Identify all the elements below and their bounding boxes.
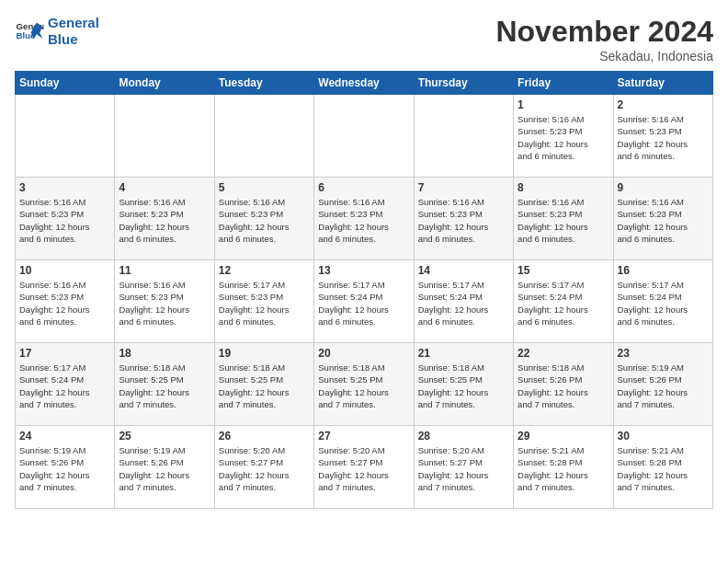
weekday-header-thursday: Thursday bbox=[414, 72, 513, 95]
day-number: 28 bbox=[418, 430, 509, 442]
day-info: Sunrise: 5:18 AM Sunset: 5:25 PM Dayligh… bbox=[119, 362, 210, 410]
calendar-cell: 14Sunrise: 5:17 AM Sunset: 5:24 PM Dayli… bbox=[414, 260, 513, 343]
day-info: Sunrise: 5:18 AM Sunset: 5:25 PM Dayligh… bbox=[219, 362, 310, 410]
day-number: 25 bbox=[119, 430, 210, 442]
day-number: 13 bbox=[318, 264, 409, 277]
calendar-cell: 6Sunrise: 5:16 AM Sunset: 5:23 PM Daylig… bbox=[314, 178, 414, 260]
week-row-2: 3Sunrise: 5:16 AM Sunset: 5:23 PM Daylig… bbox=[16, 178, 713, 260]
day-info: Sunrise: 5:20 AM Sunset: 5:27 PM Dayligh… bbox=[418, 444, 509, 493]
day-info: Sunrise: 5:16 AM Sunset: 5:23 PM Dayligh… bbox=[418, 196, 509, 245]
day-number: 14 bbox=[418, 264, 509, 277]
logo-text-line2: Blue bbox=[48, 31, 99, 48]
month-title: November 2024 bbox=[495, 15, 713, 49]
day-info: Sunrise: 5:16 AM Sunset: 5:23 PM Dayligh… bbox=[19, 196, 110, 245]
day-info: Sunrise: 5:17 AM Sunset: 5:24 PM Dayligh… bbox=[318, 279, 409, 327]
calendar-cell: 4Sunrise: 5:16 AM Sunset: 5:23 PM Daylig… bbox=[115, 178, 214, 260]
calendar-cell: 5Sunrise: 5:16 AM Sunset: 5:23 PM Daylig… bbox=[214, 178, 313, 260]
calendar-cell: 18Sunrise: 5:18 AM Sunset: 5:25 PM Dayli… bbox=[115, 343, 214, 426]
location-subtitle: Sekadau, Indonesia bbox=[495, 49, 713, 63]
day-number: 9 bbox=[618, 181, 709, 194]
day-info: Sunrise: 5:19 AM Sunset: 5:26 PM Dayligh… bbox=[119, 444, 210, 493]
calendar-cell: 9Sunrise: 5:16 AM Sunset: 5:23 PM Daylig… bbox=[613, 178, 712, 260]
logo-text-line1: General bbox=[48, 15, 99, 31]
calendar-cell: 30Sunrise: 5:21 AM Sunset: 5:28 PM Dayli… bbox=[613, 426, 712, 509]
calendar-cell bbox=[16, 95, 115, 178]
calendar-cell: 1Sunrise: 5:16 AM Sunset: 5:23 PM Daylig… bbox=[514, 95, 613, 178]
calendar-cell: 28Sunrise: 5:20 AM Sunset: 5:27 PM Dayli… bbox=[414, 426, 513, 509]
calendar-cell: 15Sunrise: 5:17 AM Sunset: 5:24 PM Dayli… bbox=[514, 260, 613, 343]
logo-icon: General Blue bbox=[15, 17, 44, 46]
calendar-cell: 22Sunrise: 5:18 AM Sunset: 5:26 PM Dayli… bbox=[514, 343, 613, 426]
calendar-cell bbox=[115, 95, 214, 178]
day-info: Sunrise: 5:16 AM Sunset: 5:23 PM Dayligh… bbox=[518, 113, 609, 162]
day-number: 19 bbox=[219, 347, 310, 360]
weekday-header-tuesday: Tuesday bbox=[214, 72, 313, 95]
week-row-5: 24Sunrise: 5:19 AM Sunset: 5:26 PM Dayli… bbox=[16, 426, 713, 509]
day-info: Sunrise: 5:16 AM Sunset: 5:23 PM Dayligh… bbox=[119, 279, 210, 327]
calendar-cell: 2Sunrise: 5:16 AM Sunset: 5:23 PM Daylig… bbox=[613, 95, 712, 178]
day-number: 29 bbox=[518, 430, 609, 442]
calendar-cell: 16Sunrise: 5:17 AM Sunset: 5:24 PM Dayli… bbox=[613, 260, 712, 343]
weekday-header-friday: Friday bbox=[514, 72, 613, 95]
day-info: Sunrise: 5:16 AM Sunset: 5:23 PM Dayligh… bbox=[618, 113, 709, 162]
day-info: Sunrise: 5:19 AM Sunset: 5:26 PM Dayligh… bbox=[618, 362, 709, 410]
day-info: Sunrise: 5:21 AM Sunset: 5:28 PM Dayligh… bbox=[518, 444, 609, 493]
calendar-table: SundayMondayTuesdayWednesdayThursdayFrid… bbox=[15, 71, 713, 509]
calendar-cell: 23Sunrise: 5:19 AM Sunset: 5:26 PM Dayli… bbox=[613, 343, 712, 426]
day-number: 6 bbox=[318, 181, 409, 194]
calendar-cell: 3Sunrise: 5:16 AM Sunset: 5:23 PM Daylig… bbox=[16, 178, 115, 260]
day-number: 17 bbox=[19, 347, 110, 360]
calendar-cell: 10Sunrise: 5:16 AM Sunset: 5:23 PM Dayli… bbox=[16, 260, 115, 343]
day-info: Sunrise: 5:16 AM Sunset: 5:23 PM Dayligh… bbox=[518, 196, 609, 245]
week-row-4: 17Sunrise: 5:17 AM Sunset: 5:24 PM Dayli… bbox=[16, 343, 713, 426]
day-number: 15 bbox=[518, 264, 609, 277]
calendar-cell: 20Sunrise: 5:18 AM Sunset: 5:25 PM Dayli… bbox=[314, 343, 414, 426]
week-row-3: 10Sunrise: 5:16 AM Sunset: 5:23 PM Dayli… bbox=[16, 260, 713, 343]
calendar-cell: 7Sunrise: 5:16 AM Sunset: 5:23 PM Daylig… bbox=[414, 178, 513, 260]
day-number: 5 bbox=[219, 181, 310, 194]
calendar-cell: 8Sunrise: 5:16 AM Sunset: 5:23 PM Daylig… bbox=[514, 178, 613, 260]
calendar-cell bbox=[314, 95, 414, 178]
day-info: Sunrise: 5:16 AM Sunset: 5:23 PM Dayligh… bbox=[19, 279, 110, 327]
day-info: Sunrise: 5:21 AM Sunset: 5:28 PM Dayligh… bbox=[618, 444, 709, 493]
week-row-1: 1Sunrise: 5:16 AM Sunset: 5:23 PM Daylig… bbox=[16, 95, 713, 178]
day-info: Sunrise: 5:17 AM Sunset: 5:24 PM Dayligh… bbox=[518, 279, 609, 327]
weekday-header-row: SundayMondayTuesdayWednesdayThursdayFrid… bbox=[16, 72, 713, 95]
calendar-cell: 12Sunrise: 5:17 AM Sunset: 5:23 PM Dayli… bbox=[214, 260, 313, 343]
calendar-cell: 24Sunrise: 5:19 AM Sunset: 5:26 PM Dayli… bbox=[16, 426, 115, 509]
weekday-header-saturday: Saturday bbox=[613, 72, 712, 95]
day-number: 27 bbox=[318, 430, 409, 442]
day-number: 2 bbox=[618, 98, 709, 111]
day-info: Sunrise: 5:17 AM Sunset: 5:24 PM Dayligh… bbox=[618, 279, 709, 327]
day-info: Sunrise: 5:16 AM Sunset: 5:23 PM Dayligh… bbox=[119, 196, 210, 245]
day-info: Sunrise: 5:17 AM Sunset: 5:24 PM Dayligh… bbox=[19, 362, 110, 410]
day-number: 3 bbox=[19, 181, 110, 194]
calendar-cell: 19Sunrise: 5:18 AM Sunset: 5:25 PM Dayli… bbox=[214, 343, 313, 426]
page-header: General Blue General Blue November 2024 … bbox=[15, 15, 713, 63]
day-number: 10 bbox=[19, 264, 110, 277]
calendar-cell: 17Sunrise: 5:17 AM Sunset: 5:24 PM Dayli… bbox=[16, 343, 115, 426]
day-number: 20 bbox=[318, 347, 409, 360]
day-info: Sunrise: 5:18 AM Sunset: 5:25 PM Dayligh… bbox=[318, 362, 409, 410]
day-number: 24 bbox=[19, 430, 110, 442]
calendar-cell bbox=[414, 95, 513, 178]
calendar-cell: 13Sunrise: 5:17 AM Sunset: 5:24 PM Dayli… bbox=[314, 260, 414, 343]
day-number: 18 bbox=[119, 347, 210, 360]
calendar-cell: 25Sunrise: 5:19 AM Sunset: 5:26 PM Dayli… bbox=[115, 426, 214, 509]
day-info: Sunrise: 5:16 AM Sunset: 5:23 PM Dayligh… bbox=[318, 196, 409, 245]
day-info: Sunrise: 5:19 AM Sunset: 5:26 PM Dayligh… bbox=[19, 444, 110, 493]
calendar-cell: 27Sunrise: 5:20 AM Sunset: 5:27 PM Dayli… bbox=[314, 426, 414, 509]
day-info: Sunrise: 5:18 AM Sunset: 5:26 PM Dayligh… bbox=[518, 362, 609, 410]
calendar-cell: 29Sunrise: 5:21 AM Sunset: 5:28 PM Dayli… bbox=[514, 426, 613, 509]
day-info: Sunrise: 5:16 AM Sunset: 5:23 PM Dayligh… bbox=[618, 196, 709, 245]
day-number: 23 bbox=[618, 347, 709, 360]
day-number: 22 bbox=[518, 347, 609, 360]
day-number: 1 bbox=[518, 98, 609, 111]
logo: General Blue General Blue bbox=[15, 15, 99, 48]
day-number: 12 bbox=[219, 264, 310, 277]
day-info: Sunrise: 5:18 AM Sunset: 5:25 PM Dayligh… bbox=[418, 362, 509, 410]
day-info: Sunrise: 5:20 AM Sunset: 5:27 PM Dayligh… bbox=[318, 444, 409, 493]
calendar-cell: 21Sunrise: 5:18 AM Sunset: 5:25 PM Dayli… bbox=[414, 343, 513, 426]
day-info: Sunrise: 5:17 AM Sunset: 5:24 PM Dayligh… bbox=[418, 279, 509, 327]
day-info: Sunrise: 5:20 AM Sunset: 5:27 PM Dayligh… bbox=[219, 444, 310, 493]
